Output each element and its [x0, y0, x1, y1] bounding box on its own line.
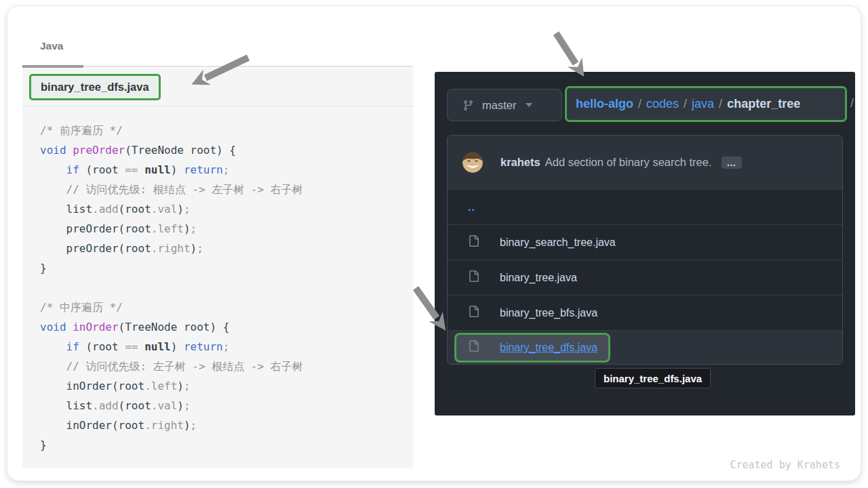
file-title-highlight-box: binary_tree_dfs.java [29, 74, 161, 100]
code-line: inOrder(root.right); [40, 415, 413, 435]
avatar[interactable] [462, 152, 483, 173]
branch-name: master [482, 99, 516, 112]
code-line: /* 前序遍历 */ [40, 121, 413, 140]
code-line: // 访问优先级: 根结点 -> 左子树 -> 右子树 [40, 180, 413, 199]
code-line: // 访问优先级: 左子树 -> 根结点 -> 右子树 [40, 357, 413, 376]
file-tooltip: binary_tree_dfs.java [595, 368, 711, 388]
file-link[interactable]: binary_tree_dfs.java [500, 342, 597, 354]
file-browser-box: krahets Add section of binary search tre… [447, 135, 843, 365]
code-line: preOrder(root.left); [40, 219, 413, 239]
credit-text: Created by Krahets [730, 459, 840, 471]
code-line [40, 278, 413, 298]
commit-author[interactable]: krahets [500, 156, 540, 169]
file-list: .. binary_search_tree.java binary_tree.j… [448, 189, 842, 364]
chevron-down-icon [526, 103, 532, 107]
file-title: binary_tree_dfs.java [41, 81, 149, 93]
breadcrumb-segment-hello-algo[interactable]: hello-algo [576, 97, 633, 110]
breadcrumb-segment-codes[interactable]: codes [646, 97, 679, 110]
code-block: /* 前序遍历 */void preOrder(TreeNode root) {… [22, 106, 413, 455]
code-line: list.add(root.val); [40, 396, 413, 415]
code-line: } [40, 258, 413, 278]
commit-message[interactable]: Add section of binary search tree. [545, 156, 712, 169]
breadcrumb-highlight-box: hello-algo/codes/java/chapter_tree [565, 86, 847, 122]
git-branch-icon [462, 100, 474, 111]
file-icon [468, 340, 479, 354]
tab-active-underline [22, 65, 83, 68]
file-link[interactable]: binary_tree.java [500, 272, 577, 284]
file-row-parent-dir[interactable]: .. [448, 189, 842, 224]
breadcrumb: hello-algo/codes/java/chapter_tree [576, 97, 800, 111]
code-line: } [40, 435, 413, 455]
breadcrumb-separator: / [679, 97, 692, 110]
file-link[interactable]: binary_search_tree.java [500, 237, 616, 249]
latest-commit-row: krahets Add section of binary search tre… [448, 136, 842, 189]
file-row-binary_tree_dfs.java[interactable]: binary_tree_dfs.java [448, 330, 842, 364]
code-line: void inOrder(TreeNode root) { [40, 317, 413, 337]
breadcrumb-separator: / [633, 97, 646, 110]
commit-more-button[interactable]: … [722, 157, 742, 169]
code-line: if (root == null) return; [40, 160, 413, 180]
file-row-binary_tree_bfs.java[interactable]: binary_tree_bfs.java [448, 295, 842, 330]
file-highlight-box: binary_tree_dfs.java [454, 333, 610, 363]
code-line: inOrder(root.left); [40, 376, 413, 396]
code-line: preOrder(root.right); [40, 239, 413, 258]
file-link[interactable]: binary_tree_bfs.java [500, 307, 597, 319]
file-icon [468, 235, 479, 249]
code-titlebar: binary_tree_dfs.java [22, 68, 413, 106]
code-line: list.add(root.val); [40, 199, 413, 219]
branch-selector-button[interactable]: master [447, 89, 562, 121]
file-icon [468, 306, 479, 320]
parent-dir-link[interactable]: .. [468, 201, 475, 214]
breadcrumb-segment-chapter_tree: chapter_tree [727, 97, 800, 110]
tab-java[interactable]: Java [40, 40, 63, 52]
file-icon [468, 270, 479, 285]
github-panel: master hello-algo/codes/java/chapter_tre… [435, 72, 855, 415]
breadcrumb-segment-java[interactable]: java [692, 97, 714, 110]
code-line: void preOrder(TreeNode root) { [40, 140, 413, 160]
code-line: /* 中序遍历 */ [40, 298, 413, 317]
file-row-binary_search_tree.java[interactable]: binary_search_tree.java [448, 224, 842, 260]
tutorial-card: Java binary_tree_dfs.java /* 前序遍历 */void… [7, 5, 861, 481]
breadcrumb-trailing-slash: / [850, 96, 854, 110]
code-panel: binary_tree_dfs.java /* 前序遍历 */void preO… [22, 68, 413, 468]
file-row-binary_tree.java[interactable]: binary_tree.java [448, 260, 842, 295]
breadcrumb-separator: / [714, 97, 727, 110]
code-line: if (root == null) return; [40, 337, 413, 357]
